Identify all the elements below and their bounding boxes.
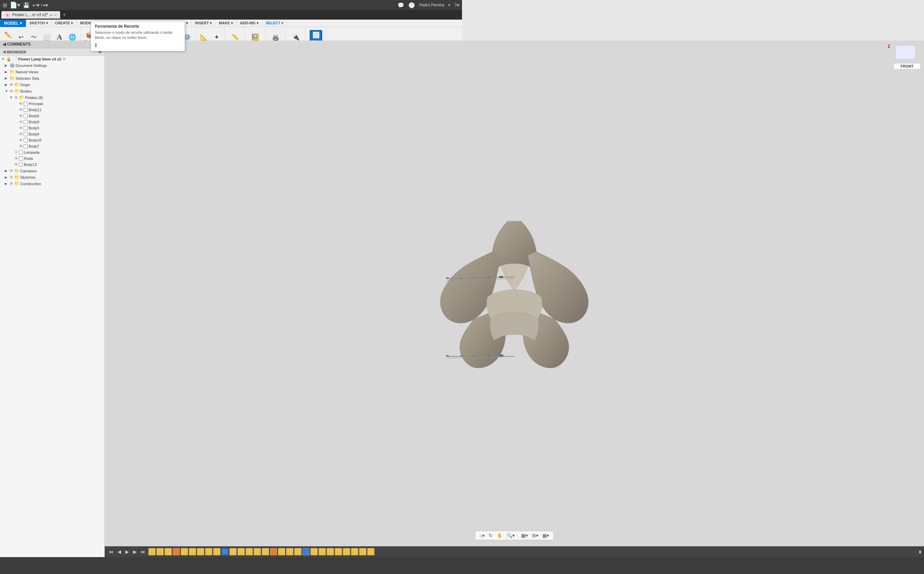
user-arrow[interactable]: ▾ [448, 3, 450, 8]
body11-box [24, 108, 28, 112]
offset-plane-tool[interactable]: 📐 [198, 33, 210, 41]
root-settings-icon[interactable]: ⚙ [63, 57, 66, 61]
user-name[interactable]: Pedro Pereira [419, 3, 444, 8]
tree-body8[interactable]: 👁 Body8 [0, 131, 104, 137]
body8-label: Body8 [29, 132, 39, 136]
tab-label: Flower L....m v3 v2* [12, 13, 48, 17]
tree-body7[interactable]: 👁 Body7 [0, 143, 104, 149]
print-3d-tool[interactable]: 🖨️ [269, 33, 282, 41]
svg-rect-8 [460, 278, 462, 279]
addins-tab[interactable]: ADD-INS ▾ [237, 20, 263, 26]
rect-tool[interactable]: ⬜ [41, 33, 53, 41]
redo-icon[interactable]: ↪▾ [41, 2, 48, 8]
tree-lampada[interactable]: 👁 Lampada [0, 149, 104, 155]
active-tab[interactable]: 🌸 Flower L....m v3 v2* ● ✕ [2, 11, 60, 19]
bodies-arrow: ▼ [5, 89, 9, 93]
bodies-eye: 👁 [9, 89, 14, 94]
tree-root[interactable]: ▼ 🔒 📄 Flower Lamp 5mm v3 v2 ⚙ [0, 56, 104, 62]
lampada-label: Lampada [24, 150, 39, 155]
viewport-3d[interactable]: Z X FRONT [105, 41, 462, 287]
named-views-arrow: ▶ [5, 70, 9, 74]
tree-petalas[interactable]: ▼ 👁 📁 Petalas (8) [0, 94, 104, 101]
root-expand-arrow: ▼ [2, 57, 6, 61]
body6-box [24, 114, 28, 118]
construction-icon: 📁 [14, 181, 20, 186]
tab-add-button[interactable]: + [61, 12, 68, 18]
file-icon[interactable]: 📄▾ [10, 2, 20, 9]
body10-box [24, 138, 28, 142]
file-menu[interactable]: 📄▾ [10, 2, 20, 9]
browser-content: ▼ 🔒 📄 Flower Lamp 5mm v3 v2 ⚙ ▶ ⚙️ Docum… [0, 56, 104, 287]
tree-sketches[interactable]: ▶ 👁 📁 Sketches [0, 174, 104, 180]
tree-doc-settings[interactable]: ▶ ⚙️ Document Settings [0, 62, 104, 69]
tooltip-title: Ferramenta de Recorte [95, 24, 181, 29]
tree-canvases[interactable]: ▶ 👁 📁 Canvases [0, 167, 104, 174]
sphere-tool[interactable]: 🌐 [66, 33, 78, 41]
top-bar: ⊞ 📄▾ 💾 ↩▾ ↪▾ 💬 🕐 Pedro Pereira ▾ ?▾ [0, 0, 462, 10]
named-views-icon: 📁 [9, 69, 15, 74]
undo-icon[interactable]: ↩▾ [32, 2, 39, 8]
midplane-tool[interactable]: ✦ [210, 33, 223, 41]
tree-body5[interactable]: 👁 Body5 [0, 125, 104, 131]
top-bar-right: 💬 🕐 Pedro Pereira ▾ ?▾ [398, 2, 459, 8]
canvases-icon: 📁 [14, 168, 20, 173]
browser-collapse-arrow[interactable]: ◀ [3, 50, 5, 54]
make-tab[interactable]: MAKE ▾ [216, 20, 236, 26]
chat-icon[interactable]: 💬 [398, 2, 404, 8]
tree-body13[interactable]: 👁 Body13 [0, 161, 104, 167]
tab-close-icon[interactable]: ✕ [54, 13, 57, 17]
named-views-label: Named Views [16, 70, 38, 74]
insert-tab[interactable]: INSERT ▾ [192, 20, 216, 26]
bodies-icon: 📁 [14, 88, 20, 94]
tree-bodies[interactable]: ▼ 👁 📁 Bodies [0, 88, 104, 94]
origin-arrow: ▶ [5, 83, 9, 87]
select-tab[interactable]: SELECT ▾ [263, 20, 287, 26]
selection-sets-arrow: ▶ [5, 76, 9, 80]
browser-label: BROWSER [7, 50, 26, 54]
save-icon[interactable]: 💾 [23, 2, 30, 8]
tree-body9[interactable]: 👁 Body9 [0, 119, 104, 125]
tree-body11[interactable]: 👁 Body11 [0, 107, 104, 113]
origin-label: Origin [20, 83, 30, 87]
body13-label: Body13 [24, 162, 36, 167]
measure-icon: 📏 [231, 33, 239, 41]
body10-eye: 👁 [19, 138, 23, 143]
body13-eye: 👁 [14, 162, 18, 167]
ribbon-tabs-row: MODEL ▾ SKETCH ▾ CREATE ▾ MODIFY ▾ ASSEM… [0, 20, 462, 27]
bodies-label: Bodies [20, 89, 32, 93]
tab-file-icon: 🌸 [5, 13, 10, 17]
tree-origin[interactable]: ▶ 👁 📁 Origin [0, 81, 104, 88]
body9-box [24, 120, 28, 124]
insert-image-icon: 🖼️ [252, 33, 259, 41]
construction-eye: 👁 [9, 181, 14, 186]
line-icon: ✏️ [5, 32, 12, 39]
offset-plane-icon: 📐 [200, 33, 207, 41]
arc-tool[interactable]: ↩ [15, 33, 27, 41]
roda-label: Roda [24, 156, 33, 161]
tree-body10[interactable]: 👁 Body10 [0, 137, 104, 143]
body8-box [24, 132, 28, 136]
tree-construction[interactable]: ▶ 👁 📁 Construction [0, 180, 104, 187]
body11-eye: 👁 [19, 107, 23, 112]
tree-named-views[interactable]: ▶ 📁 Named Views [0, 69, 104, 75]
text-icon: A [57, 33, 62, 41]
principal-box [24, 102, 28, 106]
help-icon[interactable]: ?▾ [454, 2, 459, 8]
insert-image-tool[interactable]: 🖼️ [249, 33, 261, 41]
apps-icon[interactable]: ⊞ [3, 2, 7, 8]
model-tab[interactable]: MODEL ▾ [0, 20, 26, 27]
comments-label: COMMENTS [7, 42, 31, 47]
create-tab[interactable]: CREATE ▾ [52, 20, 77, 26]
measure-tool[interactable]: 📏 [229, 33, 241, 41]
tree-body6[interactable]: 👁 Body6 [0, 113, 104, 119]
tree-selection-sets[interactable]: ▶ 📁 Selection Sets [0, 75, 104, 81]
comments-section[interactable]: ◀ COMMENTS [0, 41, 104, 48]
body10-label: Body10 [29, 138, 41, 142]
addins-tool[interactable]: 🔌 [290, 33, 302, 41]
sketch-tab[interactable]: SKETCH ▾ [26, 20, 51, 26]
tree-roda[interactable]: 👁 Roda [0, 155, 104, 161]
tree-principal[interactable]: 👁 Principal [0, 101, 104, 107]
petalas-arrow: ▼ [9, 96, 14, 99]
body5-box [24, 126, 28, 130]
history-icon[interactable]: 🕐 [408, 2, 415, 8]
